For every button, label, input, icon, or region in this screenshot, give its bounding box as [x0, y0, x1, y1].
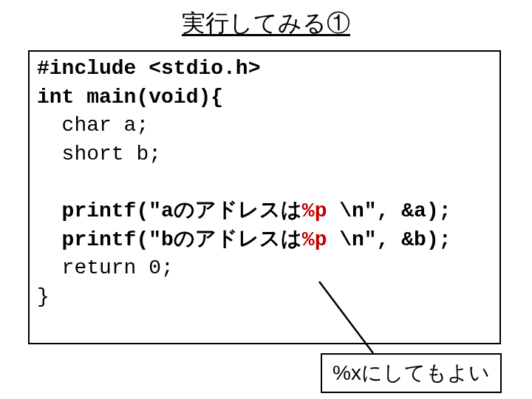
- printf2-fmt: %p: [302, 228, 327, 251]
- include-header: <stdio.h>: [136, 57, 260, 80]
- printf1-fmt: %p: [302, 200, 327, 222]
- printf2-jp: のアドレスは: [174, 228, 302, 251]
- code-box: #include <stdio.h> int main(void){ char …: [28, 50, 501, 344]
- slide-title: 実行してみる①: [0, 7, 532, 40]
- printf1-jp: のアドレスは: [174, 200, 302, 222]
- printf1-post: \n", &a);: [327, 200, 451, 222]
- code-content: #include <stdio.h> int main(void){ char …: [37, 55, 451, 312]
- decl-a: char a;: [37, 114, 149, 137]
- printf2-post: \n", &b);: [327, 228, 451, 251]
- callout-box: %xにしてもよい: [321, 353, 502, 393]
- close-brace: }: [37, 285, 50, 308]
- printf2-pre: printf("b: [37, 228, 174, 251]
- decl-b: short b;: [37, 143, 161, 166]
- return-stmt: return 0;: [37, 256, 174, 279]
- main-signature: int main(void){: [37, 86, 223, 109]
- include-keyword: #include: [37, 57, 136, 80]
- printf1-pre: printf("a: [37, 200, 174, 222]
